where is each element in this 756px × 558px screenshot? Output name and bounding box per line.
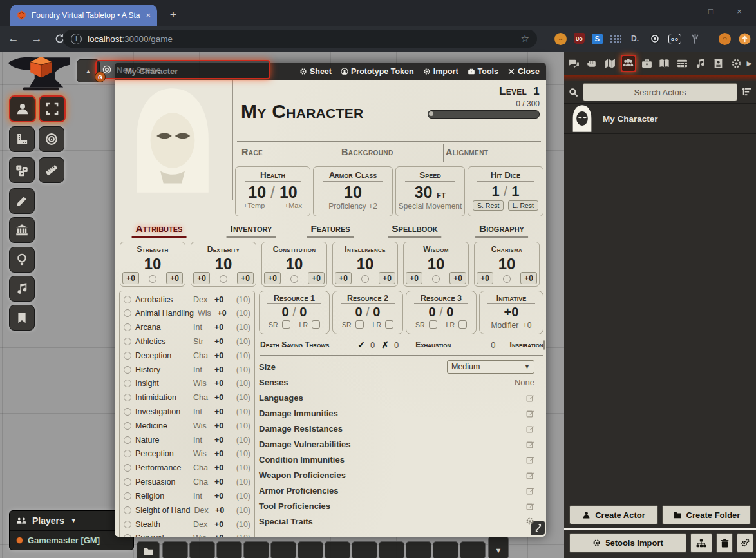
sidebar-tab-settings[interactable] — [729, 55, 744, 72]
special-movement-label[interactable]: Special Movement — [396, 202, 464, 211]
proficiency-radio[interactable] — [149, 275, 156, 283]
skill-proficiency-radio[interactable] — [124, 478, 131, 486]
sidebar-tab-tables[interactable] — [675, 55, 690, 72]
ability-save-mod[interactable]: +0 — [122, 272, 139, 284]
skill-row-history[interactable]: HistoryInt+0(10) — [124, 363, 250, 376]
target-tool-button[interactable] — [39, 126, 64, 152]
lr-checkbox[interactable] — [458, 320, 467, 329]
tab-inventory[interactable]: Inventory — [227, 223, 276, 238]
5etools-import-button[interactable]: 5etools Import — [569, 533, 686, 553]
ability-intelligence[interactable]: Intelligence10+0+0 — [332, 242, 398, 287]
death-failure-icon[interactable]: ✗ — [381, 340, 389, 350]
sidebar-tab-chat[interactable] — [567, 55, 582, 72]
sidebar-tab-combat[interactable] — [585, 55, 600, 72]
skill-proficiency-radio[interactable] — [124, 323, 131, 331]
ability-save-mod[interactable]: +0 — [335, 272, 352, 284]
dice-tool-button[interactable] — [9, 157, 35, 183]
macro-slot[interactable] — [270, 541, 296, 558]
skill-proficiency-radio[interactable] — [124, 380, 131, 387]
proficiency-radio[interactable] — [361, 275, 369, 283]
sr-checkbox[interactable] — [429, 320, 437, 329]
d-ext-extension-icon[interactable]: D. — [628, 32, 641, 45]
ability-save-mod[interactable]: +0 — [406, 272, 422, 284]
skill-proficiency-radio[interactable] — [124, 408, 131, 416]
window-close-button[interactable]: × — [725, 0, 753, 22]
skill-proficiency-radio[interactable] — [124, 338, 131, 345]
grid-ext-extension-icon[interactable] — [610, 34, 621, 43]
initiative-modifier-value[interactable]: +0 — [523, 321, 532, 330]
settings-button[interactable] — [737, 533, 753, 553]
skill-row-acrobatics[interactable]: AcrobaticsDex+0(10) — [124, 293, 250, 306]
create-actor-button[interactable]: Create Actor — [569, 505, 658, 524]
long-rest-button[interactable]: L. Rest — [508, 200, 538, 211]
hp-tempmax-label[interactable]: +Max — [285, 202, 302, 209]
ability-check-mod[interactable]: +0 — [449, 272, 466, 284]
back-icon[interactable]: ← — [4, 29, 23, 48]
tab-attributes[interactable]: Attributes — [132, 223, 187, 238]
sidebar-collapse-button[interactable]: ▶ — [747, 59, 753, 68]
macro-slot[interactable] — [460, 541, 486, 558]
skill-row-athletics[interactable]: AthleticsStr+0(10) — [124, 334, 250, 348]
skill-proficiency-radio[interactable] — [124, 296, 131, 303]
browser-tab[interactable]: Foundry Virtual Tabletop • A Stan × — [10, 5, 157, 26]
ublock-extension-icon[interactable]: UO — [574, 33, 585, 44]
resource-3-box[interactable]: Resource 30 / 0SRLR — [406, 291, 477, 334]
scene-nav-item[interactable]: New Scene G — [95, 60, 270, 79]
ability-charisma[interactable]: Charisma10+0+0 — [474, 242, 540, 287]
skill-row-arcana[interactable]: ArcanaInt+0(10) — [124, 321, 250, 334]
window-minimize-button[interactable]: – — [668, 0, 697, 22]
skill-row-survival[interactable]: SurvivalWis+0(10) — [124, 532, 250, 537]
skill-row-persuasion[interactable]: PersuasionCha+0(10) — [124, 476, 250, 489]
chevron-down-icon[interactable]: ▼ — [71, 517, 77, 524]
macro-slot[interactable] — [298, 541, 323, 558]
ability-score[interactable]: 10 — [475, 256, 539, 272]
skill-proficiency-radio[interactable] — [124, 506, 131, 514]
skill-row-insight[interactable]: InsightWis+0(10) — [124, 377, 250, 390]
token-tool-button[interactable] — [9, 95, 36, 122]
skill-row-performance[interactable]: PerformanceCha+0(10) — [124, 461, 250, 475]
special-traits-config-icon[interactable] — [525, 517, 534, 526]
ability-check-mod[interactable]: +0 — [520, 272, 537, 284]
ability-score[interactable]: 10 — [191, 256, 256, 272]
window-maximize-button[interactable]: □ — [697, 0, 725, 22]
ability-save-mod[interactable]: +0 — [193, 272, 210, 284]
macro-slot[interactable] — [162, 541, 188, 558]
proficiency-radio[interactable] — [220, 275, 227, 283]
race-field[interactable]: Race — [241, 147, 263, 157]
death-failure-count[interactable]: 0 — [394, 340, 399, 350]
xp-value[interactable]: 0 / 300 — [428, 99, 540, 108]
skill-proficiency-radio[interactable] — [124, 366, 131, 374]
macro-slot[interactable] — [325, 541, 350, 558]
actor-entry[interactable]: My Character — [564, 104, 756, 134]
level-value[interactable]: 1 — [533, 85, 540, 97]
macro-slot[interactable] — [352, 541, 377, 558]
skill-proficiency-radio[interactable] — [124, 394, 131, 401]
hp-current[interactable]: 10 — [248, 183, 266, 201]
skill-proficiency-radio[interactable] — [124, 352, 131, 360]
hp-temp-label[interactable]: +Temp — [243, 202, 265, 209]
box-ext-extension-icon[interactable]: oo — [668, 34, 681, 44]
tiles-tool-button[interactable] — [9, 217, 35, 243]
initiative-box[interactable]: Initiative +0 Modifier +0 — [479, 291, 543, 334]
tab-close-icon[interactable]: × — [146, 10, 151, 20]
skill-proficiency-radio[interactable] — [124, 534, 131, 537]
macro-slot[interactable] — [243, 541, 269, 558]
armor-class-box[interactable]: Armor Class 10 Proficiency +2 — [313, 166, 393, 216]
ability-score[interactable]: 10 — [262, 256, 326, 272]
alignment-field[interactable]: Alignment — [446, 147, 488, 157]
sheet-config-button[interactable]: Sheet — [299, 67, 332, 76]
drawing-tool-button[interactable] — [9, 188, 35, 214]
ability-check-mod[interactable]: +0 — [166, 272, 183, 284]
character-portrait[interactable] — [124, 85, 222, 196]
character-name-field[interactable]: My Character — [241, 101, 363, 122]
skill-proficiency-radio[interactable] — [124, 464, 131, 472]
death-success-count[interactable]: 0 — [370, 340, 375, 350]
lr-checkbox[interactable] — [385, 320, 393, 329]
sidebar-tab-journal[interactable] — [657, 55, 672, 72]
sr-checkbox[interactable] — [282, 320, 290, 329]
tools-button[interactable]: Tools — [468, 67, 498, 76]
eye-ext-extension-icon[interactable] — [648, 32, 661, 45]
sounds-tool-button[interactable] — [9, 276, 35, 302]
resource-value[interactable]: 0 / 0 — [260, 305, 329, 319]
skill-row-medicine[interactable]: MedicineWis+0(10) — [124, 419, 250, 432]
